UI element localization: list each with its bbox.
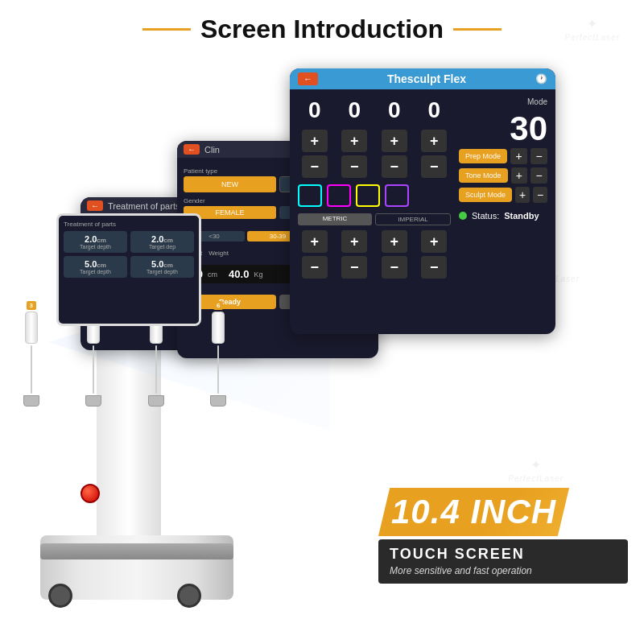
msc-sub-3: Target depth	[67, 269, 124, 275]
screen3-num-4: 0	[418, 97, 452, 123]
sculpt-mode-btn[interactable]: Sculpt Mode	[459, 188, 512, 202]
sculpt-mode-row: Sculpt Mode + −	[459, 187, 547, 203]
color-squares-row	[298, 184, 451, 207]
ctrl-plus-2[interactable]: +	[341, 130, 367, 152]
bottom-ctrl-plus-3[interactable]: +	[382, 230, 407, 253]
tone-mode-btn[interactable]: Tone Mode	[459, 168, 508, 183]
prep-minus[interactable]: −	[530, 148, 547, 164]
color-sq-magenta[interactable]	[327, 184, 351, 207]
big-number: 30	[459, 109, 547, 148]
applicator-3-end	[23, 395, 39, 407]
weight-value: 40.0	[229, 268, 249, 280]
applicator-4-cord	[93, 345, 94, 394]
ctrl-group-4: + −	[418, 130, 452, 178]
bottom-info: 10.4 INCH TOUCH SCREEN More sensitive an…	[378, 488, 628, 584]
watermark-bottom-right: ✦ PerfectLaser	[508, 457, 564, 483]
ctrl-plus-3[interactable]: +	[382, 130, 407, 152]
bottom-ctrl-minus-1[interactable]: −	[302, 256, 328, 279]
bottom-ctrl-1: + −	[298, 230, 332, 279]
msc-sub-4: Target depth	[134, 269, 191, 275]
msc-val-2: 2.0cm	[134, 234, 191, 244]
screen3-num-1: 0	[298, 97, 332, 123]
ctrl-minus-4[interactable]: −	[421, 155, 447, 178]
bottom-ctrl-3: + −	[378, 230, 411, 279]
screen1-back-button[interactable]: ←	[87, 200, 103, 211]
applicator-3-cord	[31, 345, 32, 394]
ctrl-group-3: + −	[378, 130, 411, 178]
screen3-back-button[interactable]: ←	[298, 72, 318, 85]
applicator-6-label: 6	[213, 301, 223, 310]
msc-card-1: 2.0cm Target depth	[64, 231, 127, 253]
color-sq-purple[interactable]	[385, 184, 409, 207]
applicator-4-end	[85, 395, 101, 407]
ctrl-group-2: + −	[338, 130, 372, 178]
applicator-6: 6	[210, 301, 226, 407]
header-line-right	[453, 28, 502, 31]
handle-bar	[40, 543, 233, 559]
ctrl-minus-1[interactable]: −	[302, 155, 328, 178]
sculpt-plus[interactable]: +	[515, 187, 530, 203]
ctrl-plus-1[interactable]: +	[302, 130, 328, 152]
inch-badge-wrapper: 10.4 INCH	[378, 488, 628, 539]
msc-sub-2: Target dep	[134, 244, 191, 250]
tone-mode-row: Tone Mode + −	[459, 167, 547, 184]
screen3-controls: + − + − + − + −	[298, 130, 451, 178]
applicator-3: 3	[23, 301, 39, 407]
header-line-left	[142, 28, 191, 31]
tone-minus[interactable]: −	[530, 167, 547, 184]
color-sq-cyan[interactable]	[298, 184, 322, 207]
msc-val-4: 5.0cm	[134, 259, 191, 269]
metric-row: METRIC IMPERIAL	[298, 213, 451, 225]
applicator-3-handle	[25, 312, 38, 344]
applicator-6-handle	[212, 312, 225, 344]
ctrl-minus-3[interactable]: −	[382, 155, 407, 178]
prep-mode-btn[interactable]: Prep Mode	[459, 149, 507, 163]
metric-btn-metric[interactable]: METRIC	[298, 213, 372, 225]
screen3-title: Thesculpt Flex	[387, 72, 466, 85]
main-content: ← Treatment of parts 2.0cm ↕ Target dept…	[0, 52, 644, 600]
machine-screen-grid: 2.0cm Target depth 2.0cm Target dep 5.0c…	[64, 231, 194, 278]
tone-plus[interactable]: +	[511, 167, 528, 184]
ctrl-minus-2[interactable]: −	[341, 155, 367, 178]
wheel-left	[48, 584, 72, 608]
weight-unit: Kg	[254, 270, 262, 279]
page-header: Screen Introduction	[0, 0, 644, 52]
bottom-ctrl-minus-2[interactable]: −	[341, 256, 367, 279]
msc-card-3: 5.0cm Target depth	[64, 256, 127, 278]
screen3-num-3: 0	[378, 97, 411, 123]
patient-btn-new[interactable]: NEW	[184, 176, 276, 192]
screen1-title: Treatment of parts	[108, 201, 180, 211]
status-value: Standby	[504, 211, 539, 221]
bottom-ctrl-4: + −	[418, 230, 452, 279]
ctrl-group-1: + −	[298, 130, 332, 178]
screen3-bottom-ctrl: + − + − + − + −	[298, 230, 451, 279]
metric-btn-imperial[interactable]: IMPERIAL	[375, 213, 451, 225]
bottom-ctrl-plus-1[interactable]: +	[302, 230, 328, 253]
prep-plus[interactable]: +	[510, 148, 527, 164]
sculpt-minus[interactable]: −	[533, 187, 547, 203]
touch-screen-subtitle: More sensitive and fast operation	[390, 565, 532, 576]
bottom-ctrl-minus-3[interactable]: −	[382, 256, 407, 279]
bottom-ctrl-plus-2[interactable]: +	[341, 230, 367, 253]
applicator-6-end	[210, 395, 226, 407]
screen-thesculpt: ← Thesculpt Flex 🕐 0 0 0 0 +	[290, 68, 555, 334]
screen3-right: Mode 30 Prep Mode + − Tone Mode + −	[459, 97, 547, 279]
machine-screen-title: Treatment of parts	[64, 221, 194, 228]
bottom-ctrl-minus-4[interactable]: −	[421, 256, 447, 279]
status-row: Status: Standby	[459, 211, 547, 221]
applicator-5-end	[148, 395, 164, 407]
wheel-right	[177, 584, 201, 608]
screen2-back-button[interactable]: ←	[184, 144, 200, 155]
red-power-button[interactable]	[80, 484, 100, 503]
ctrl-plus-4[interactable]: +	[421, 130, 447, 152]
color-sq-yellow[interactable]	[356, 184, 380, 207]
height-unit: cm	[208, 270, 217, 279]
screen3-num-2: 0	[338, 97, 372, 123]
screen3-header: ← Thesculpt Flex 🕐	[290, 68, 555, 89]
mode-label: Mode	[459, 97, 547, 106]
bottom-ctrl-plus-4[interactable]: +	[421, 230, 447, 253]
touch-screen-badge: TOUCH SCREEN More sensitive and fast ope…	[378, 539, 628, 584]
msc-val-3: 5.0cm	[67, 259, 124, 269]
screen2-title: Clin	[204, 145, 220, 155]
page-title: Screen Introduction	[0, 14, 644, 44]
